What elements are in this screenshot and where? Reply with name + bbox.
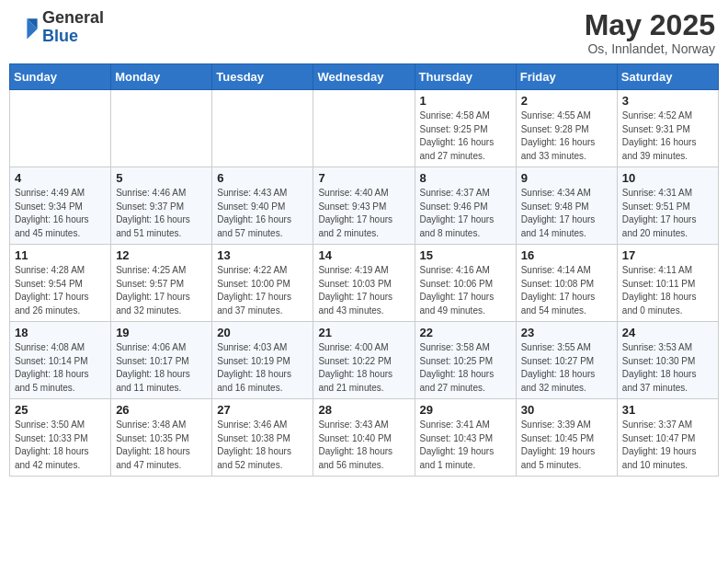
calendar-cell: 3Sunrise: 4:52 AM Sunset: 9:31 PM Daylig…: [617, 90, 718, 167]
day-info: Sunrise: 4:43 AM Sunset: 9:40 PM Dayligh…: [217, 187, 308, 240]
calendar-cell: 20Sunrise: 4:03 AM Sunset: 10:19 PM Dayl…: [212, 322, 313, 399]
day-info: Sunrise: 3:50 AM Sunset: 10:33 PM Daylig…: [15, 419, 106, 472]
calendar-week-2: 4Sunrise: 4:49 AM Sunset: 9:34 PM Daylig…: [10, 167, 719, 245]
calendar-cell: 29Sunrise: 3:41 AM Sunset: 10:43 PM Dayl…: [415, 399, 516, 477]
day-number: 16: [521, 248, 612, 262]
calendar-cell: 27Sunrise: 3:46 AM Sunset: 10:38 PM Dayl…: [212, 399, 313, 477]
location-subtitle: Os, Innlandet, Norway: [585, 41, 715, 56]
day-info: Sunrise: 4:14 AM Sunset: 10:08 PM Daylig…: [521, 264, 612, 317]
calendar-week-1: 1Sunrise: 4:58 AM Sunset: 9:25 PM Daylig…: [10, 90, 719, 167]
calendar-cell: 21Sunrise: 4:00 AM Sunset: 10:22 PM Dayl…: [313, 322, 415, 399]
day-info: Sunrise: 3:46 AM Sunset: 10:38 PM Daylig…: [217, 419, 308, 472]
calendar-cell: 17Sunrise: 4:11 AM Sunset: 10:11 PM Dayl…: [617, 245, 718, 322]
day-number: 10: [622, 171, 713, 185]
day-number: 26: [116, 403, 207, 417]
day-info: Sunrise: 4:25 AM Sunset: 9:57 PM Dayligh…: [116, 264, 207, 317]
day-info: Sunrise: 4:28 AM Sunset: 9:54 PM Dayligh…: [15, 264, 106, 317]
calendar-cell: 7Sunrise: 4:40 AM Sunset: 9:43 PM Daylig…: [313, 167, 415, 245]
day-info: Sunrise: 4:34 AM Sunset: 9:48 PM Dayligh…: [521, 187, 612, 240]
day-info: Sunrise: 3:48 AM Sunset: 10:35 PM Daylig…: [116, 419, 207, 472]
calendar-cell: 22Sunrise: 3:58 AM Sunset: 10:25 PM Dayl…: [415, 322, 516, 399]
calendar-body: 1Sunrise: 4:58 AM Sunset: 9:25 PM Daylig…: [10, 90, 719, 477]
calendar-cell: 11Sunrise: 4:28 AM Sunset: 9:54 PM Dayli…: [10, 245, 111, 322]
day-number: 22: [420, 326, 511, 339]
calendar-cell: 10Sunrise: 4:31 AM Sunset: 9:51 PM Dayli…: [617, 167, 718, 245]
day-number: 25: [15, 403, 106, 417]
calendar-cell: [212, 90, 313, 167]
calendar-cell: 28Sunrise: 3:43 AM Sunset: 10:40 PM Dayl…: [313, 399, 415, 477]
day-number: 31: [622, 403, 713, 417]
calendar-cell: 14Sunrise: 4:19 AM Sunset: 10:03 PM Dayl…: [313, 245, 415, 322]
month-title: May 2025: [585, 9, 715, 41]
calendar-cell: [111, 90, 212, 167]
day-number: 19: [116, 326, 207, 339]
calendar-cell: 5Sunrise: 4:46 AM Sunset: 9:37 PM Daylig…: [111, 167, 212, 245]
day-number: 7: [318, 171, 409, 185]
calendar-cell: 8Sunrise: 4:37 AM Sunset: 9:46 PM Daylig…: [415, 167, 516, 245]
calendar-cell: 24Sunrise: 3:53 AM Sunset: 10:30 PM Dayl…: [617, 322, 718, 399]
calendar-week-4: 18Sunrise: 4:08 AM Sunset: 10:14 PM Dayl…: [10, 322, 719, 399]
logo-blue: Blue: [42, 28, 104, 46]
weekday-header-row: SundayMondayTuesdayWednesdayThursdayFrid…: [10, 64, 719, 90]
day-info: Sunrise: 3:41 AM Sunset: 10:43 PM Daylig…: [420, 419, 511, 472]
day-number: 29: [420, 403, 511, 417]
day-info: Sunrise: 3:43 AM Sunset: 10:40 PM Daylig…: [318, 419, 409, 472]
calendar-cell: 15Sunrise: 4:16 AM Sunset: 10:06 PM Dayl…: [415, 245, 516, 322]
day-info: Sunrise: 4:55 AM Sunset: 9:28 PM Dayligh…: [521, 109, 612, 163]
title-block: May 2025 Os, Innlandet, Norway: [585, 9, 715, 56]
day-number: 2: [521, 94, 612, 108]
day-number: 11: [15, 248, 106, 262]
day-number: 3: [622, 94, 713, 108]
day-number: 24: [622, 326, 713, 339]
calendar-header: SundayMondayTuesdayWednesdayThursdayFrid…: [10, 64, 719, 90]
day-number: 8: [420, 171, 511, 185]
calendar-cell: 26Sunrise: 3:48 AM Sunset: 10:35 PM Dayl…: [111, 399, 212, 477]
calendar-cell: 25Sunrise: 3:50 AM Sunset: 10:33 PM Dayl…: [10, 399, 111, 477]
logo-icon: [13, 15, 39, 40]
day-number: 12: [116, 248, 207, 262]
day-info: Sunrise: 4:11 AM Sunset: 10:11 PM Daylig…: [622, 264, 713, 317]
day-number: 5: [116, 171, 207, 185]
day-number: 15: [420, 248, 511, 262]
day-number: 9: [521, 171, 612, 185]
calendar-cell: 12Sunrise: 4:25 AM Sunset: 9:57 PM Dayli…: [111, 245, 212, 322]
day-info: Sunrise: 3:53 AM Sunset: 10:30 PM Daylig…: [622, 341, 713, 395]
day-number: 14: [318, 248, 409, 262]
day-number: 13: [217, 248, 308, 262]
calendar-cell: 31Sunrise: 3:37 AM Sunset: 10:47 PM Dayl…: [617, 399, 718, 477]
weekday-header-tuesday: Tuesday: [212, 64, 313, 90]
day-number: 17: [622, 248, 713, 262]
day-number: 4: [15, 171, 106, 185]
calendar-cell: 23Sunrise: 3:55 AM Sunset: 10:27 PM Dayl…: [516, 322, 617, 399]
day-info: Sunrise: 3:39 AM Sunset: 10:45 PM Daylig…: [521, 419, 612, 472]
calendar-cell: 18Sunrise: 4:08 AM Sunset: 10:14 PM Dayl…: [10, 322, 111, 399]
calendar-cell: 13Sunrise: 4:22 AM Sunset: 10:00 PM Dayl…: [212, 245, 313, 322]
calendar-cell: 2Sunrise: 4:55 AM Sunset: 9:28 PM Daylig…: [516, 90, 617, 167]
day-info: Sunrise: 4:31 AM Sunset: 9:51 PM Dayligh…: [622, 187, 713, 240]
day-info: Sunrise: 4:40 AM Sunset: 9:43 PM Dayligh…: [318, 187, 409, 240]
day-info: Sunrise: 3:55 AM Sunset: 10:27 PM Daylig…: [521, 341, 612, 395]
logo-general: General: [42, 9, 104, 28]
day-info: Sunrise: 4:22 AM Sunset: 10:00 PM Daylig…: [217, 264, 308, 317]
day-number: 1: [420, 94, 511, 108]
day-info: Sunrise: 3:58 AM Sunset: 10:25 PM Daylig…: [420, 341, 511, 395]
day-info: Sunrise: 4:00 AM Sunset: 10:22 PM Daylig…: [318, 341, 409, 395]
calendar-cell: 30Sunrise: 3:39 AM Sunset: 10:45 PM Dayl…: [516, 399, 617, 477]
calendar-cell: 4Sunrise: 4:49 AM Sunset: 9:34 PM Daylig…: [10, 167, 111, 245]
calendar-week-3: 11Sunrise: 4:28 AM Sunset: 9:54 PM Dayli…: [10, 245, 719, 322]
day-info: Sunrise: 4:52 AM Sunset: 9:31 PM Dayligh…: [622, 109, 713, 163]
calendar-week-5: 25Sunrise: 3:50 AM Sunset: 10:33 PM Dayl…: [10, 399, 719, 477]
day-info: Sunrise: 4:46 AM Sunset: 9:37 PM Dayligh…: [116, 187, 207, 240]
day-number: 20: [217, 326, 308, 339]
calendar-cell: [10, 90, 111, 167]
logo: General Blue: [13, 9, 104, 46]
weekday-header-thursday: Thursday: [415, 64, 516, 90]
page-header: General Blue May 2025 Os, Innlandet, Nor…: [9, 9, 719, 56]
day-info: Sunrise: 4:19 AM Sunset: 10:03 PM Daylig…: [318, 264, 409, 317]
day-info: Sunrise: 4:37 AM Sunset: 9:46 PM Dayligh…: [420, 187, 511, 240]
day-info: Sunrise: 4:08 AM Sunset: 10:14 PM Daylig…: [15, 341, 106, 395]
calendar-cell: 9Sunrise: 4:34 AM Sunset: 9:48 PM Daylig…: [516, 167, 617, 245]
day-number: 28: [318, 403, 409, 417]
weekday-header-sunday: Sunday: [10, 64, 111, 90]
calendar-cell: [313, 90, 415, 167]
